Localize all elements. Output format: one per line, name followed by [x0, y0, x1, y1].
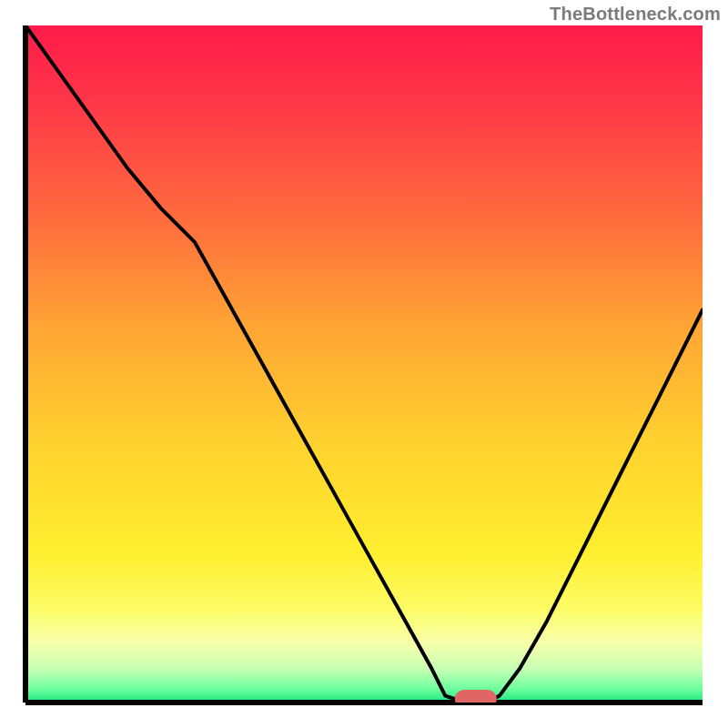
bottleneck-chart-svg: [0, 0, 728, 728]
chart-container: TheBottleneck.com: [0, 0, 728, 728]
chart-background: [25, 25, 703, 703]
